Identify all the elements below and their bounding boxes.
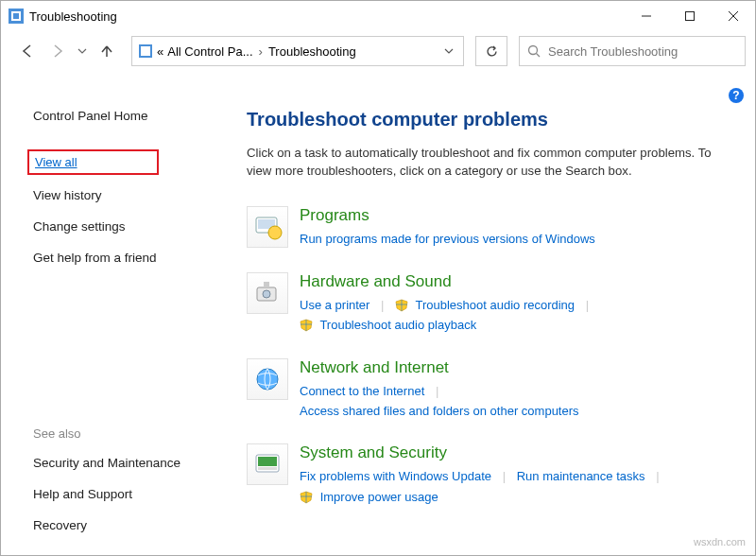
search-box[interactable]: Search Troubleshooting — [519, 36, 746, 66]
category-hardware: Hardware and Sound Use a printer | Troub… — [247, 272, 732, 336]
category-network: Network and Internet Connect to the Inte… — [247, 358, 732, 422]
programs-icon — [247, 206, 288, 248]
back-button[interactable] — [14, 38, 41, 64]
view-history-link[interactable]: View history — [33, 188, 228, 202]
category-title[interactable]: Hardware and Sound — [300, 272, 732, 291]
hardware-icon — [247, 272, 288, 314]
svg-rect-4 — [686, 12, 695, 21]
address-dropdown[interactable] — [438, 44, 459, 59]
breadcrumb-item[interactable]: All Control Pa... — [167, 44, 252, 59]
address-bar[interactable]: « All Control Pa... › Troubleshooting — [131, 36, 464, 66]
recovery-link[interactable]: Recovery — [33, 518, 228, 532]
svg-rect-2 — [13, 13, 19, 19]
link-divider: | — [586, 298, 589, 312]
svg-point-15 — [263, 290, 270, 298]
minimize-button[interactable] — [625, 1, 668, 31]
svg-point-17 — [257, 369, 278, 390]
category-title[interactable]: Programs — [300, 206, 732, 225]
svg-rect-16 — [264, 282, 269, 287]
control-panel-icon — [138, 43, 153, 59]
connect-internet-link[interactable]: Connect to the Internet — [300, 384, 424, 398]
svg-point-9 — [529, 46, 538, 55]
main-panel: Troubleshoot computer problems Click on … — [228, 71, 755, 555]
see-also-section: See also Security and Maintenance Help a… — [33, 426, 228, 532]
category-title[interactable]: System and Security — [300, 443, 732, 462]
toolbar: « All Control Pa... › Troubleshooting Se… — [1, 31, 755, 71]
svg-rect-19 — [258, 457, 277, 466]
shield-icon — [395, 299, 408, 312]
change-settings-link[interactable]: Change settings — [33, 219, 228, 234]
get-help-link[interactable]: Get help from a friend — [33, 251, 228, 265]
shield-icon — [300, 319, 313, 332]
power-usage-link[interactable]: Improve power usage — [320, 490, 438, 504]
svg-rect-20 — [258, 467, 277, 470]
maximize-button[interactable] — [668, 1, 712, 31]
windows-update-link[interactable]: Fix problems with Windows Update — [300, 469, 491, 483]
svg-rect-8 — [141, 46, 150, 56]
link-divider: | — [503, 469, 506, 483]
link-divider: | — [656, 469, 659, 483]
svg-line-10 — [537, 54, 541, 58]
window-title: Troubleshooting — [29, 9, 625, 24]
sidebar: Control Panel Home View all View history… — [1, 71, 228, 555]
category-programs: Programs Run programs made for previous … — [247, 206, 732, 249]
audio-recording-link[interactable]: Troubleshoot audio recording — [415, 298, 575, 312]
help-icon[interactable]: ? — [729, 88, 744, 103]
view-all-highlight: View all — [27, 149, 159, 175]
search-icon — [527, 44, 541, 58]
see-also-label: See also — [33, 426, 228, 441]
access-shared-link[interactable]: Access shared files and folders on other… — [300, 404, 579, 418]
view-all-link[interactable]: View all — [29, 155, 77, 169]
page-title: Troubleshoot computer problems — [247, 109, 732, 130]
shield-icon — [300, 491, 313, 504]
up-button[interactable] — [94, 38, 120, 64]
category-title[interactable]: Network and Internet — [300, 358, 732, 377]
close-button[interactable] — [712, 1, 755, 31]
breadcrumb-prefix: « — [157, 44, 163, 59]
titlebar: Troubleshooting — [1, 1, 755, 31]
link-divider: | — [436, 384, 438, 398]
system-icon — [247, 443, 288, 485]
content-area: Control Panel Home View all View history… — [1, 71, 755, 555]
link-divider: | — [381, 298, 384, 312]
control-panel-home-link[interactable]: Control Panel Home — [33, 109, 228, 123]
help-support-link[interactable]: Help and Support — [33, 487, 228, 501]
category-system: System and Security Fix problems with Wi… — [247, 443, 732, 507]
forward-button[interactable] — [44, 38, 71, 64]
watermark: wsxdn.com — [694, 536, 746, 547]
use-printer-link[interactable]: Use a printer — [300, 298, 369, 312]
recent-dropdown[interactable] — [75, 38, 90, 64]
app-icon — [9, 9, 24, 24]
refresh-button[interactable] — [475, 36, 507, 66]
search-placeholder: Search Troubleshooting — [548, 44, 678, 59]
maintenance-tasks-link[interactable]: Run maintenance tasks — [517, 469, 645, 483]
page-description: Click on a task to automatically trouble… — [247, 144, 732, 180]
run-compat-link[interactable]: Run programs made for previous versions … — [300, 232, 595, 246]
audio-playback-link[interactable]: Troubleshoot audio playback — [319, 318, 476, 332]
security-maintenance-link[interactable]: Security and Maintenance — [33, 456, 228, 470]
network-icon — [247, 358, 288, 400]
breadcrumb-item[interactable]: Troubleshooting — [268, 44, 356, 59]
breadcrumb-sep: › — [259, 44, 263, 59]
svg-point-13 — [268, 226, 282, 239]
